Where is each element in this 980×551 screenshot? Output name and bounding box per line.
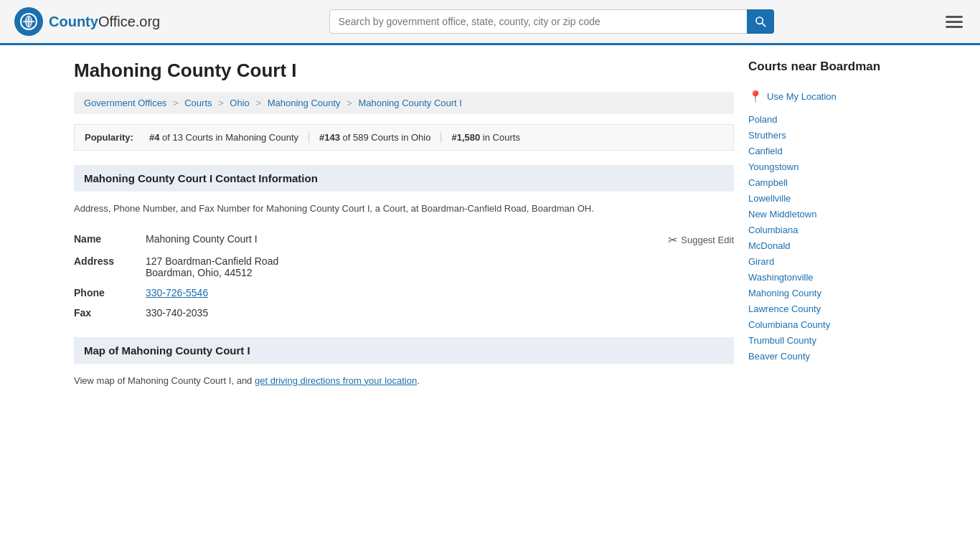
contact-info-table: Name Mahoning County Court I ✂ Suggest E… [74,229,734,323]
sidebar-link-struthers[interactable]: Struthers [748,130,786,141]
location-pin-icon: 📍 [748,90,763,103]
breadcrumb-link-courts[interactable]: Courts [184,98,212,108]
address-label: Address [74,255,146,267]
phone-link[interactable]: 330-726-5546 [146,287,208,298]
popularity-item-county: #4 of 13 Courts in Mahoning County [139,132,309,143]
list-item: Columbiana County [748,319,906,330]
sidebar-link-lawrence-county[interactable]: Lawrence County [748,303,821,314]
popularity-text-county: of 13 Courts in Mahoning County [162,132,298,143]
list-item: McDonald [748,240,906,251]
sidebar-links-list: Poland Struthers Canfield Youngstown Cam… [748,113,906,362]
search-input[interactable] [329,9,774,34]
address-value: 127 Boardman-Canfield Road Boardman, Ohi… [146,255,278,278]
logo-text: CountyOffice.org [49,14,160,30]
page-title: Mahoning County Court I [74,60,734,82]
list-item: Mahoning County [748,287,906,298]
list-item: Campbell [748,176,906,188]
popularity-rank-county: #4 [149,132,159,143]
popularity-rank-national: #1,580 [451,132,480,143]
info-row-address: Address 127 Boardman-Canfield Road Board… [74,251,734,283]
name-label: Name [74,233,146,245]
breadcrumb: Government Offices > Courts > Ohio > Mah… [74,92,734,114]
use-my-location-label: Use My Location [767,91,837,102]
suggest-edit-icon: ✂ [668,233,677,247]
map-desc-after: . [417,375,420,386]
list-item: Canfield [748,145,906,156]
sidebar-link-trumbull-county[interactable]: Trumbull County [748,335,816,346]
list-item: Beaver County [748,350,906,362]
popularity-bar: Popularity: #4 of 13 Courts in Mahoning … [74,124,734,151]
popularity-label: Popularity: [85,132,133,143]
info-row-phone: Phone 330-726-5546 [74,283,734,303]
list-item: Youngstown [748,161,906,172]
sidebar-link-poland[interactable]: Poland [748,114,777,125]
sidebar-link-new-middletown[interactable]: New Middletown [748,209,816,220]
sidebar-title: Courts near Boardman [748,60,906,80]
sidebar-link-campbell[interactable]: Campbell [748,177,788,188]
svg-line-5 [762,23,765,27]
list-item: New Middletown [748,208,906,220]
sidebar-link-beaver-county[interactable]: Beaver County [748,351,810,362]
list-item: Girard [748,255,906,267]
phone-value: 330-726-5546 [146,287,208,298]
breadcrumb-link-mahoning-county[interactable]: Mahoning County [268,98,341,108]
sidebar-link-girard[interactable]: Girard [748,256,774,267]
fax-value: 330-740-2035 [146,307,208,319]
breadcrumb-link-current[interactable]: Mahoning County Court I [358,98,462,108]
map-description: View map of Mahoning County Court I, and… [74,374,734,388]
search-button[interactable] [747,9,774,34]
contact-section-header: Mahoning County Court I Contact Informat… [74,165,734,192]
list-item: Trumbull County [748,334,906,346]
info-row-name: Name Mahoning County Court I ✂ Suggest E… [74,229,734,251]
list-item: Poland [748,113,906,125]
sidebar-link-canfield[interactable]: Canfield [748,146,783,156]
sidebar-link-columbiana-county[interactable]: Columbiana County [748,319,830,330]
list-item: Lawrence County [748,303,906,314]
phone-label: Phone [74,287,146,298]
logo-icon [14,7,43,36]
breadcrumb-link-government-offices[interactable]: Government Offices [84,98,166,108]
map-section-header: Map of Mahoning County Court I [74,337,734,364]
logo-area: CountyOffice.org [14,7,160,36]
address-line2: Boardman, Ohio, 44512 [146,267,278,278]
main-container: Mahoning County Court I Government Offic… [60,45,920,402]
menu-button[interactable] [943,13,966,31]
sidebar-link-lowellville[interactable]: Lowellville [748,193,791,204]
sidebar-link-columbiana[interactable]: Columbiana [748,225,798,235]
popularity-item-state: #143 of 589 Courts in Ohio [309,132,441,143]
sidebar: Courts near Boardman 📍 Use My Location P… [748,60,906,387]
popularity-text-national: in Courts [483,132,520,143]
popularity-item-national: #1,580 in Courts [441,132,529,143]
driving-directions-link[interactable]: get driving directions from your locatio… [255,375,417,386]
address-line1: 127 Boardman-Canfield Road [146,255,278,267]
search-area [329,9,774,34]
popularity-rank-state: #143 [319,132,340,143]
suggest-edit-label: Suggest Edit [681,235,734,245]
list-item: Lowellville [748,192,906,204]
name-value: Mahoning County Court I [146,233,668,245]
breadcrumb-link-ohio[interactable]: Ohio [230,98,249,108]
sidebar-link-youngstown[interactable]: Youngstown [748,161,798,172]
info-row-fax: Fax 330-740-2035 [74,303,734,323]
fax-label: Fax [74,307,146,319]
suggest-edit-button[interactable]: ✂ Suggest Edit [668,233,734,247]
sidebar-link-mahoning-county[interactable]: Mahoning County [748,288,821,298]
map-desc-before: View map of Mahoning County Court I, and [74,375,255,386]
list-item: Washingtonville [748,271,906,283]
list-item: Struthers [748,129,906,141]
contact-description: Address, Phone Number, and Fax Number fo… [74,202,734,216]
list-item: Columbiana [748,224,906,235]
site-header: CountyOffice.org [0,0,980,45]
sidebar-link-washingtonville[interactable]: Washingtonville [748,272,814,283]
popularity-text-state: of 589 Courts in Ohio [343,132,431,143]
sidebar-link-mcdonald[interactable]: McDonald [748,240,791,251]
content-area: Mahoning County Court I Government Offic… [74,60,734,387]
use-my-location-button[interactable]: 📍 Use My Location [748,90,906,103]
